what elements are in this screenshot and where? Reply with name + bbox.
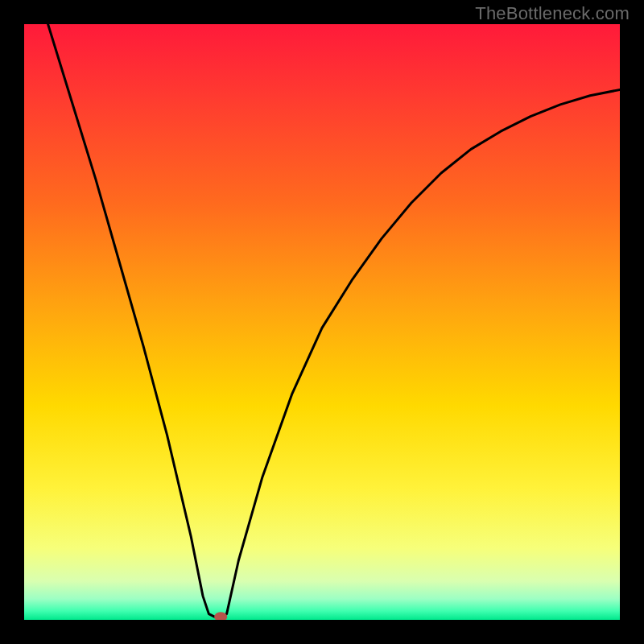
watermark-text: TheBottleneck.com	[475, 3, 630, 24]
chart-svg	[24, 24, 620, 620]
gradient-background	[24, 24, 620, 620]
plot-area	[24, 24, 620, 620]
outer-frame: TheBottleneck.com	[0, 0, 644, 644]
